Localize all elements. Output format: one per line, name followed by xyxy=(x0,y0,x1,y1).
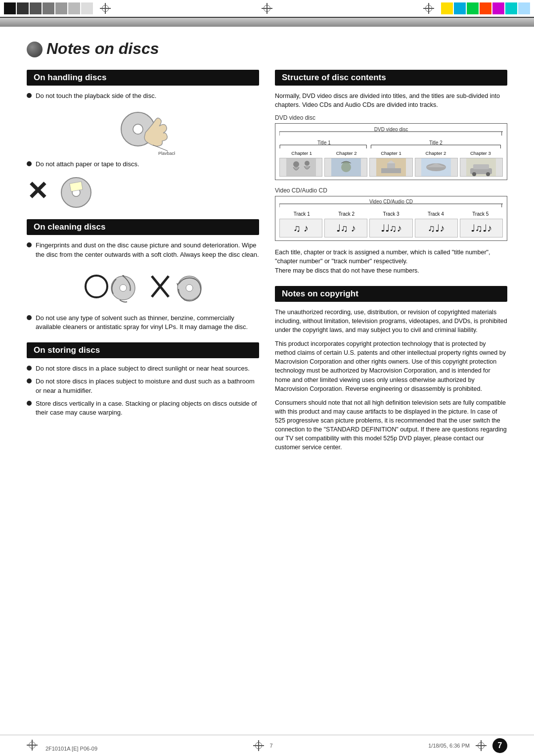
top-bar-right-colors xyxy=(413,0,534,17)
color-block-cyan xyxy=(454,2,466,14)
bullet-dot-3 xyxy=(27,242,32,247)
titles-bracket-svg: Title 1 Title 2 xyxy=(279,141,503,149)
svg-text:Video CD/Audio CD: Video CD/Audio CD xyxy=(369,199,413,204)
right-column: Structure of disc contents Normally, DVD… xyxy=(275,70,507,463)
structure-header: Structure of disc contents xyxy=(275,70,507,86)
storing-bullet-2: Do not store discs in places subject to … xyxy=(27,377,259,395)
top-bar-center xyxy=(121,0,413,17)
bottom-bar: 2F10101A [E] P06-09 7 1/18/05, 6:36 PM 7 xyxy=(0,735,534,756)
footer-center-text: 7 xyxy=(270,743,273,749)
color-block-5 xyxy=(55,2,67,14)
handling-bullet-1: Do not touch the playback side of the di… xyxy=(27,92,259,100)
music-notes-row: ♫ ♪ ♩♫ ♪ ♩♩♫♪ ♫♩♪ ♩♫♩♪ xyxy=(279,219,503,237)
dvd-thumb-1 xyxy=(279,158,322,177)
dvd-thumb-5 xyxy=(460,158,503,177)
dvd-thumb-2 xyxy=(324,158,367,177)
color-block-teal xyxy=(505,2,517,14)
x-mark-icon: ✕ xyxy=(27,178,48,204)
color-block-red xyxy=(480,2,491,14)
bullet-dot xyxy=(27,93,32,98)
color-block-3 xyxy=(30,2,42,14)
track-labels-row: Track 1 Track 2 Track 3 Track 4 Track 5 xyxy=(279,211,503,217)
structure-section: Structure of disc contents Normally, DVD… xyxy=(275,70,507,275)
svg-rect-33 xyxy=(387,163,395,168)
svg-point-28 xyxy=(305,161,310,166)
bottom-center: 7 xyxy=(253,740,273,751)
storing-bullet-1: Do not store discs in a place subject to… xyxy=(27,364,259,373)
page-number-badge: 7 xyxy=(492,738,507,753)
svg-point-7 xyxy=(86,276,107,297)
dvd-thumb-4 xyxy=(415,158,458,177)
reg-mark-center xyxy=(262,3,272,14)
color-block-magenta xyxy=(492,2,504,14)
copyright-para3: Consumers should note that not all high … xyxy=(275,398,507,452)
chapter-labels-row: Chapter 1 Chapter 2 Chapter 1 Chapter 2 … xyxy=(279,150,503,156)
copyright-header: Notes on copyright xyxy=(275,286,507,302)
svg-point-30 xyxy=(341,162,351,172)
handling-header: On handling discs xyxy=(27,70,259,86)
copyright-para2: This product incorporates copyright prot… xyxy=(275,339,507,393)
gray-gradient-strip xyxy=(0,18,534,27)
handling-bullet-2: Do not attach paper or tape to discs. xyxy=(27,160,259,169)
page-title-area: Notes on discs xyxy=(0,28,534,62)
bullet-dot-6 xyxy=(27,378,32,383)
copyright-section: Notes on copyright The unauthorized reco… xyxy=(275,286,507,452)
cd-outer-label: Video CD/Audio CD xyxy=(275,187,507,194)
music-cell-2: ♩♫ ♪ xyxy=(324,219,367,237)
color-block-lightblue xyxy=(518,2,530,14)
dvd-diagram-box: DVD video disc Title 1 xyxy=(275,123,507,180)
svg-point-13 xyxy=(186,284,193,291)
color-block-1 xyxy=(4,2,16,14)
cd-diagram: Video CD/Audio CD Video CD/Audio CD T xyxy=(275,187,507,241)
music-cell-5: ♩♫♩♪ xyxy=(460,219,503,237)
page-main-title: Notes on discs xyxy=(27,40,159,58)
main-content: On handling discs Do not touch the playb… xyxy=(0,62,534,478)
structure-desc2: Each title, chapter or track is assigned… xyxy=(275,248,507,275)
svg-rect-26 xyxy=(286,158,316,176)
cleaning-bullet-1: Fingerprints and dust on the disc cause … xyxy=(27,241,259,259)
dvd-diagram: DVD video disc DVD video disc xyxy=(275,114,507,180)
x-disc-illustration: ✕ xyxy=(27,174,259,208)
music-cell-1: ♫ ♪ xyxy=(279,219,322,237)
color-block-yellow xyxy=(441,2,453,14)
bullet-dot-5 xyxy=(27,366,32,371)
svg-point-41 xyxy=(472,172,476,176)
reg-mark-bottom-left xyxy=(27,740,38,751)
top-bar xyxy=(0,0,534,18)
storing-header: On storing discs xyxy=(27,342,259,358)
cleaning-illustration xyxy=(27,264,259,309)
footer-left-text: 2F10101A [E] P06-09 xyxy=(45,746,97,752)
disc-paper-svg xyxy=(56,174,96,208)
bottom-right: 1/18/05, 6:36 PM 7 xyxy=(428,738,507,753)
svg-point-9 xyxy=(120,284,127,291)
svg-rect-32 xyxy=(381,168,401,173)
color-block-4 xyxy=(43,2,54,14)
titles-bracket-row: Title 1 Title 2 xyxy=(279,141,503,149)
storing-bullet-3: Store discs vertically in a case. Stacki… xyxy=(27,399,259,417)
handling-section: On handling discs Do not touch the playb… xyxy=(27,70,259,208)
incorrect-clean-svg xyxy=(149,264,203,309)
svg-text:Title 2: Title 2 xyxy=(429,141,443,145)
svg-rect-40 xyxy=(473,164,489,169)
reg-mark-bottom-right xyxy=(476,740,487,751)
svg-rect-6 xyxy=(70,182,83,191)
cd-diagram-box: Video CD/Audio CD Track 1 Track 2 Track … xyxy=(275,196,507,241)
music-cell-4: ♫♩♪ xyxy=(415,219,458,237)
svg-point-1 xyxy=(133,124,143,134)
dvd-bracket-svg: DVD video disc xyxy=(279,127,503,138)
cleaning-section: On cleaning discs Fingerprints and dust … xyxy=(27,219,259,331)
color-block-6 xyxy=(68,2,80,14)
dvd-outer-label: DVD video disc xyxy=(275,114,507,121)
svg-text:Title 1: Title 1 xyxy=(317,141,331,145)
structure-desc: Normally, DVD video discs are divided in… xyxy=(275,92,507,109)
color-block-green xyxy=(467,2,479,14)
svg-point-42 xyxy=(486,172,490,176)
copyright-para1: The unauthorized recording, use, distrib… xyxy=(275,308,507,334)
dvd-thumbnails xyxy=(279,158,503,177)
bullet-dot-2 xyxy=(27,161,32,166)
cleaning-header: On cleaning discs xyxy=(27,219,259,235)
handling-illustration: Playback side xyxy=(27,105,259,155)
left-column: On handling discs Do not touch the playb… xyxy=(27,70,259,463)
color-block-2 xyxy=(17,2,29,14)
top-bar-left-colors xyxy=(0,0,121,17)
